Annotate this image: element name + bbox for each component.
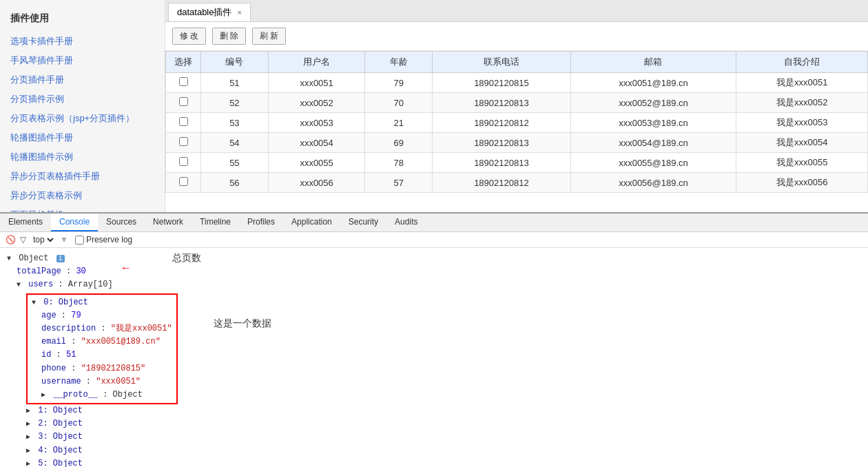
table-row: 54xxx00546918902120813xxx0054@189.cn我是xx…	[166, 133, 868, 153]
console-bar: 🚫 ▽ top ▼ Preserve log	[0, 232, 868, 248]
sidebar-item-7[interactable]: 异步分页表格插件手册	[0, 167, 165, 186]
phone-key: phone	[41, 364, 66, 373]
age-val: 79	[71, 311, 81, 320]
desc-val: "我是xxx0051"	[111, 324, 172, 333]
cell-email: xxx0052@189.cn	[570, 93, 736, 113]
sub-item-2: ▶ 3: Object	[26, 430, 861, 444]
row-checkbox-2[interactable]	[179, 117, 188, 126]
cell-age: 57	[365, 173, 433, 193]
cell-username: xxx0054	[268, 133, 365, 153]
table-row: 53xxx00532118902120812xxx0053@189.cn我是xx…	[166, 113, 868, 133]
cell-phone: 18902120812	[433, 173, 570, 193]
devtools-tab-timeline[interactable]: Timeline	[192, 214, 239, 231]
checkbox-cell[interactable]	[166, 113, 201, 133]
devtools-tab-elements[interactable]: Elements	[0, 214, 51, 231]
cell-age: 79	[365, 73, 433, 93]
main-tab[interactable]: datatable插件 ×	[168, 3, 251, 21]
context-selector[interactable]: top	[30, 234, 56, 245]
delete-button[interactable]: 删 除	[212, 28, 246, 45]
checkbox-cell[interactable]	[166, 73, 201, 93]
sidebar-item-4[interactable]: 分页表格示例（jsp+分页插件）	[0, 109, 165, 128]
desc-key: description	[41, 324, 96, 333]
cell-email: xxx0051@189.cn	[570, 73, 736, 93]
devtools-content-wrapper: 总页数 ← 这是一个数据 ▼ Object i totalPage : 30	[7, 252, 861, 467]
table-body: 51xxx00517918902120815xxx0051@189.cn我是xx…	[166, 73, 868, 193]
table-header-cell: 联系电话	[433, 52, 570, 73]
cell-intro: 我是xxx0053	[736, 113, 868, 133]
obj0-label-text: 0: Object	[43, 298, 88, 307]
sidebar-item-5[interactable]: 轮播图插件手册	[0, 128, 165, 147]
row-checkbox-0[interactable]	[179, 77, 188, 86]
devtools-tabs: ElementsConsoleSourcesNetworkTimelinePro…	[0, 214, 868, 232]
age-key: age	[41, 311, 56, 320]
obj-root: ▼ Object i	[7, 252, 861, 265]
cell-id: 51	[201, 73, 269, 93]
cell-phone: 18902120813	[433, 93, 570, 113]
devtools-tab-application[interactable]: Application	[283, 214, 340, 231]
sidebar-item-0[interactable]: 选项卡插件手册	[0, 32, 165, 51]
cell-username: xxx0051	[268, 73, 365, 93]
sidebar-item-6[interactable]: 轮播图插件示例	[0, 147, 165, 167]
table-header-cell: 邮箱	[570, 52, 736, 73]
sub-item-4: ▶ 5: Object	[26, 457, 861, 467]
devtools-content: 总页数 ← 这是一个数据 ▼ Object i totalPage : 30	[0, 248, 868, 467]
obj0-block: ▼ 0: Object age : 79 description : "我是xx…	[26, 293, 178, 405]
devtools-tab-audits[interactable]: Audits	[386, 214, 426, 231]
checkbox-cell[interactable]	[166, 173, 201, 193]
checkbox-cell[interactable]	[166, 93, 201, 113]
devtools-tab-profiles[interactable]: Profiles	[239, 214, 283, 231]
refresh-button[interactable]: 刷 新	[252, 28, 286, 45]
users-line: ▼ users : Array[10]	[17, 278, 861, 291]
table-header-cell: 选择	[166, 52, 201, 73]
email-key: email	[41, 337, 66, 346]
table-header-cell: 编号	[201, 52, 269, 73]
row-checkbox-5[interactable]	[179, 177, 188, 186]
devtools-tab-network[interactable]: Network	[145, 214, 192, 231]
cell-age: 70	[365, 93, 433, 113]
username-line: username : "xxx0051"	[41, 375, 172, 388]
obj-root-label: Object	[19, 253, 48, 263]
table-container: 选择编号用户名年龄联系电话邮箱自我介绍 51xxx005179189021208…	[165, 51, 868, 212]
filter-icon[interactable]: ▽	[20, 235, 26, 245]
cell-id: 56	[201, 173, 269, 193]
desc-line: description : "我是xxx0051"	[41, 322, 172, 335]
cell-email: xxx0053@189.cn	[570, 113, 736, 133]
table-row: 56xxx00565718902120812xxx0056@189.cn我是xx…	[166, 173, 868, 193]
sidebar-item-8[interactable]: 异步分页表格示例	[0, 186, 165, 205]
devtools-tab-sources[interactable]: Sources	[98, 214, 145, 231]
cell-email: xxx0056@189.cn	[570, 173, 736, 193]
row-checkbox-1[interactable]	[179, 97, 188, 106]
obj0-label: ▼ 0: Object	[32, 296, 172, 309]
cell-username: xxx0056	[268, 173, 365, 193]
table-header-cell: 年龄	[365, 52, 433, 73]
no-entry-icon[interactable]: 🚫	[6, 235, 16, 245]
devtools-tab-security[interactable]: Security	[340, 214, 386, 231]
devtools-tab-console[interactable]: Console	[51, 214, 98, 231]
age-line: age : 79	[41, 309, 172, 322]
proto-label: __proto__	[53, 390, 98, 399]
cell-intro: 我是xxx0054	[736, 133, 868, 153]
cell-phone: 18902120815	[433, 73, 570, 93]
sidebar-title: 插件使用	[0, 7, 165, 32]
cell-age: 21	[365, 113, 433, 133]
cell-username: xxx0055	[268, 153, 365, 173]
toolbar: 修 改 删 除 刷 新	[165, 22, 868, 51]
cell-email: xxx0055@189.cn	[570, 153, 736, 173]
username-key: username	[41, 377, 81, 386]
main-container: 插件使用 选项卡插件手册手风琴插件手册分页插件手册分页插件示例分页表格示例（js…	[0, 0, 868, 467]
sidebar-item-1[interactable]: 手风琴插件手册	[0, 51, 165, 70]
checkbox-cell[interactable]	[166, 133, 201, 153]
total-page-val: 30	[76, 267, 85, 276]
preserve-log-checkbox[interactable]	[75, 236, 84, 245]
row-checkbox-4[interactable]	[179, 157, 188, 166]
sidebar-item-2[interactable]: 分页插件手册	[0, 70, 165, 90]
row-checkbox-3[interactable]	[179, 137, 188, 146]
cell-intro: 我是xxx0052	[736, 93, 868, 113]
sidebar-item-3[interactable]: 分页插件示例	[0, 90, 165, 109]
modify-button[interactable]: 修 改	[172, 28, 206, 45]
cell-phone: 18902120813	[433, 153, 570, 173]
cell-age: 78	[365, 153, 433, 173]
cell-username: xxx0053	[268, 113, 365, 133]
tab-close-icon[interactable]: ×	[238, 8, 242, 17]
checkbox-cell[interactable]	[166, 153, 201, 173]
